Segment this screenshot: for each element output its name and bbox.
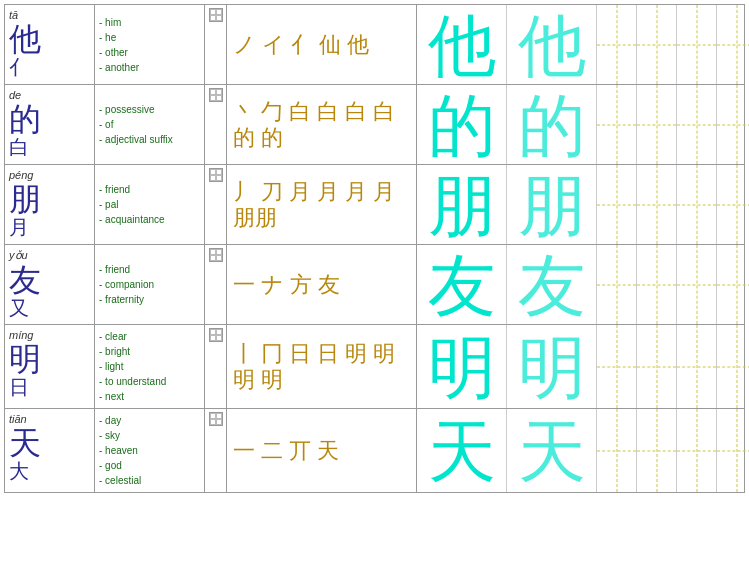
practice-cell — [717, 85, 749, 164]
col-practice-ta-3[interactable] — [717, 5, 749, 84]
char-large-teal2-de: 的 — [518, 91, 586, 159]
col-practice-you-2[interactable] — [677, 245, 717, 324]
stroke-char: 的 — [233, 127, 255, 149]
col-info-you: yǒu友又 — [5, 245, 95, 324]
stroke-char: 的 — [261, 127, 283, 149]
meaning-item: - friend — [99, 182, 200, 197]
col-practice-ta-0[interactable] — [597, 5, 637, 84]
grid-icon — [209, 412, 223, 426]
row-tian: tiān天大- day- sky- heaven- god- celestial… — [5, 409, 744, 492]
col-practice-you-3[interactable] — [717, 245, 749, 324]
col-practice-you-0[interactable] — [597, 245, 637, 324]
col-practice-ming-1[interactable] — [637, 325, 677, 408]
row-ming: míng明日- clear- bright- light- to underst… — [5, 325, 744, 409]
practice-cell — [597, 5, 636, 84]
row-peng: péng朋月- friend- pal- acquaintance丿刀月月月月朋… — [5, 165, 744, 245]
meaning-item: - heaven — [99, 443, 200, 458]
col-practice-de-3[interactable] — [717, 85, 749, 164]
meaning-item: - day — [99, 413, 200, 428]
col-grid-icon-peng — [205, 165, 227, 244]
practice-cell — [717, 165, 749, 244]
meaning-item: - possessive — [99, 102, 200, 117]
row-you: yǒu友又- friend- companion- fraternity一ナ方友… — [5, 245, 744, 325]
meaning-item: - adjectival suffix — [99, 132, 200, 147]
col-large2-ming: 明 — [507, 325, 597, 408]
stroke-char: 丿 — [233, 181, 255, 203]
char-main-you: 友 — [9, 264, 90, 296]
stroke-char: 月 — [373, 181, 395, 203]
stroke-char: 明 — [373, 343, 395, 365]
meaning-item: - pal — [99, 197, 200, 212]
col-practice-de-0[interactable] — [597, 85, 637, 164]
col-practice-tian-0[interactable] — [597, 409, 637, 492]
char-large-teal2-you: 友 — [518, 251, 586, 319]
col-practice-tian-1[interactable] — [637, 409, 677, 492]
practice-cell — [637, 5, 676, 84]
col-meanings-ming: - clear- bright- light- to understand- n… — [95, 325, 205, 408]
stroke-char: 丶 — [233, 101, 255, 123]
stroke-char: 天 — [317, 440, 339, 462]
stroke-char: 白 — [289, 101, 311, 123]
practice-cell — [677, 165, 716, 244]
meaning-item: - to understand — [99, 374, 200, 389]
col-grid-icon-you — [205, 245, 227, 324]
char-large-teal1-peng: 朋 — [428, 171, 496, 239]
practice-cell — [597, 325, 636, 408]
char-main-de: 的 — [9, 103, 90, 135]
col-practice-ta-2[interactable] — [677, 5, 717, 84]
char-large-teal1-de: 的 — [428, 91, 496, 159]
col-practice-peng-3[interactable] — [717, 165, 749, 244]
char-main-ming: 明 — [9, 343, 90, 375]
col-practice-peng-1[interactable] — [637, 165, 677, 244]
char-large-teal1-ta: 他 — [428, 11, 496, 79]
row-de: de的白- possessive- of- adjectival suffix丶… — [5, 85, 744, 165]
col-practice-ming-2[interactable] — [677, 325, 717, 408]
meaning-item: - other — [99, 45, 200, 60]
stroke-char: 友 — [318, 274, 340, 296]
grid-icon — [209, 248, 223, 262]
col-grid-icon-tian — [205, 409, 227, 492]
meaning-item: - celestial — [99, 473, 200, 488]
col-practice-de-2[interactable] — [677, 85, 717, 164]
char-large-teal2-ming: 明 — [518, 333, 586, 401]
col-large1-you: 友 — [417, 245, 507, 324]
main-table: tā他亻- him- he- other- anotherノイ亻仙他他他de的白… — [4, 4, 745, 493]
col-practice-ming-0[interactable] — [597, 325, 637, 408]
col-practice-ming-3[interactable] — [717, 325, 749, 408]
practice-cell — [637, 245, 676, 324]
meaning-item: - light — [99, 359, 200, 374]
col-practice-ta-1[interactable] — [637, 5, 677, 84]
col-practice-tian-2[interactable] — [677, 409, 717, 492]
col-grid-icon-ta — [205, 5, 227, 84]
stroke-char: 一 — [233, 440, 255, 462]
meaning-item: - him — [99, 15, 200, 30]
stroke-char: 月 — [317, 181, 339, 203]
grid-icon — [209, 88, 223, 102]
radical-de: 白 — [9, 137, 90, 157]
char-large-teal2-peng: 朋 — [518, 171, 586, 239]
stroke-char: 明 — [261, 369, 283, 391]
col-practice-you-1[interactable] — [637, 245, 677, 324]
stroke-char: 明 — [233, 369, 255, 391]
meaning-item: - he — [99, 30, 200, 45]
grid-icon — [209, 328, 223, 342]
pinyin-ming: míng — [9, 329, 90, 341]
col-practice-de-1[interactable] — [637, 85, 677, 164]
stroke-char: 他 — [347, 34, 369, 56]
col-practice-peng-2[interactable] — [677, 165, 717, 244]
stroke-char: 月 — [289, 181, 311, 203]
radical-tian: 大 — [9, 461, 90, 481]
col-stroke-seq-peng: 丿刀月月月月朋朋 — [227, 165, 417, 244]
stroke-char: 刀 — [261, 181, 283, 203]
col-practice-peng-0[interactable] — [597, 165, 637, 244]
meaning-item: - acquaintance — [99, 212, 200, 227]
stroke-char: 冂 — [261, 343, 283, 365]
col-info-ta: tā他亻 — [5, 5, 95, 84]
practice-cell — [637, 85, 676, 164]
char-large-teal1-tian: 天 — [428, 417, 496, 485]
col-info-de: de的白 — [5, 85, 95, 164]
radical-ta: 亻 — [9, 57, 90, 77]
meaning-item: - companion — [99, 277, 200, 292]
char-large-teal1-ming: 明 — [428, 333, 496, 401]
col-practice-tian-3[interactable] — [717, 409, 749, 492]
